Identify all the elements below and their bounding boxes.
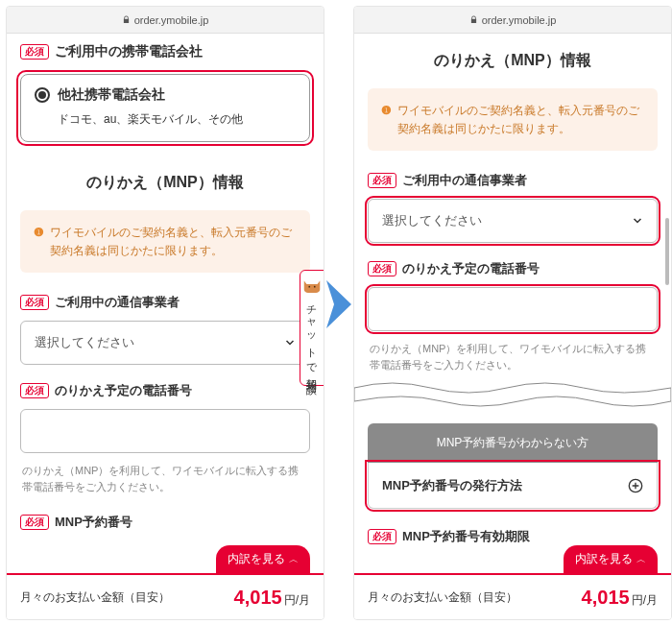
lock-icon — [122, 15, 131, 24]
url-bar: order.ymobile.jp — [354, 7, 671, 34]
radio-subtitle: ドコモ、au、楽天モバイル、その他 — [58, 111, 296, 128]
carrier-select[interactable]: 選択してください — [368, 199, 658, 243]
notice-banner: ❶ ワイモバイルのご契約名義と、転入元番号のご契約名義は同じかたに限ります。 — [368, 88, 658, 151]
details-button[interactable]: 内訳を見る︿ — [564, 545, 658, 573]
footer-label: 月々のお支払い金額（目安） — [368, 589, 517, 606]
details-button[interactable]: 内訳を見る︿ — [216, 545, 310, 573]
select-placeholder: 選択してください — [35, 334, 134, 351]
url-text: order.ymobile.jp — [482, 14, 557, 26]
svg-point-0 — [308, 286, 310, 288]
chevron-down-icon — [284, 337, 296, 348]
mnp-issue-method-expander[interactable]: MNP予約番号の発行方法 — [368, 463, 658, 509]
carrier-section-label: 必須ご利用中の携帯電話会社 — [7, 34, 324, 66]
warning-icon: ❶ — [381, 102, 392, 137]
mnp-section-title: のりかえ（MNP）情報 — [354, 34, 671, 81]
notice-banner: ❶ ワイモバイルのご契約名義と、転入元番号のご契約名義は同じかたに限ります。 — [20, 210, 310, 273]
notice-text: ワイモバイルのご契約名義と、転入元番号のご契約名義は同じかたに限ります。 — [50, 224, 297, 259]
select-placeholder: 選択してください — [382, 212, 482, 229]
price-footer: 月々のお支払い金額（目安） 4,015円/月 — [354, 573, 671, 619]
phone-help-text: のりかえ（MNP）を利用して、ワイモバイルに転入する携帯電話番号をご入力ください… — [354, 339, 671, 382]
content-gap-icon — [354, 378, 671, 411]
scrollbar[interactable] — [665, 218, 669, 285]
expander-label: MNP予約番号の発行方法 — [382, 477, 522, 494]
footer-label: 月々のお支払い金額（目安） — [20, 589, 170, 606]
chat-tab[interactable]: チャットで契約相談 — [300, 270, 324, 386]
phone-field-label: 必須のりかえ予定の電話番号 — [7, 372, 324, 405]
price-unit: 円/月 — [632, 593, 658, 607]
phone-input[interactable] — [20, 409, 310, 453]
price-footer: 月々のお支払い金額（目安） 4,015円/月 — [7, 573, 324, 619]
required-badge: 必須 — [20, 515, 49, 530]
mnp-section-title: のりかえ（MNP）情報 — [7, 156, 324, 203]
required-badge: 必須 — [368, 173, 396, 188]
mnp-number-field-label: 必須MNP予約番号 — [7, 504, 324, 537]
url-text: order.ymobile.jp — [134, 14, 209, 26]
phone-screen-left: order.ymobile.jp 必須ご利用中の携帯電話会社 他社携帯電話会社 … — [6, 6, 324, 620]
cat-icon — [301, 278, 323, 294]
carrier-select[interactable]: 選択してください — [20, 321, 310, 365]
url-bar: order.ymobile.jp — [7, 7, 324, 34]
transition-arrow-icon — [324, 278, 353, 330]
price-value: 4,015 — [582, 587, 630, 608]
chevron-up-icon: ︿ — [289, 553, 299, 566]
radio-title: 他社携帯電話会社 — [58, 86, 165, 104]
notice-text: ワイモバイルのご契約名義と、転入元番号のご契約名義は同じかたに限ります。 — [397, 102, 644, 137]
required-badge: 必須 — [20, 383, 49, 398]
required-badge: 必須 — [20, 295, 49, 310]
chat-tab-label: チャットで契約相談 — [306, 298, 318, 377]
phone-input[interactable] — [368, 287, 658, 331]
lock-icon — [469, 15, 478, 24]
phone-screen-right: order.ymobile.jp のりかえ（MNP）情報 ❶ ワイモバイルのご契… — [353, 6, 672, 620]
price-unit: 円/月 — [284, 593, 310, 607]
carrier-field-label: 必須ご利用中の通信事業者 — [354, 162, 671, 195]
carrier-radio-card[interactable]: 他社携帯電話会社 ドコモ、au、楽天モバイル、その他 — [16, 70, 314, 146]
svg-point-1 — [314, 286, 316, 288]
phone-field-label: 必須のりかえ予定の電話番号 — [354, 251, 671, 283]
mnp-help-banner: MNP予約番号がわからない方 — [368, 423, 658, 463]
radio-selected-icon — [35, 87, 50, 103]
chevron-up-icon: ︿ — [636, 553, 646, 566]
plus-circle-icon — [628, 478, 643, 493]
chevron-down-icon — [632, 215, 643, 227]
required-badge: 必須 — [368, 529, 396, 544]
warning-icon: ❶ — [34, 224, 44, 259]
required-badge: 必須 — [20, 44, 49, 60]
phone-help-text: のりかえ（MNP）を利用して、ワイモバイルに転入する携帯電話番号をご入力ください… — [7, 461, 324, 504]
carrier-field-label: 必須ご利用中の通信事業者 — [7, 284, 324, 317]
price-value: 4,015 — [234, 587, 282, 608]
required-badge: 必須 — [368, 261, 396, 276]
